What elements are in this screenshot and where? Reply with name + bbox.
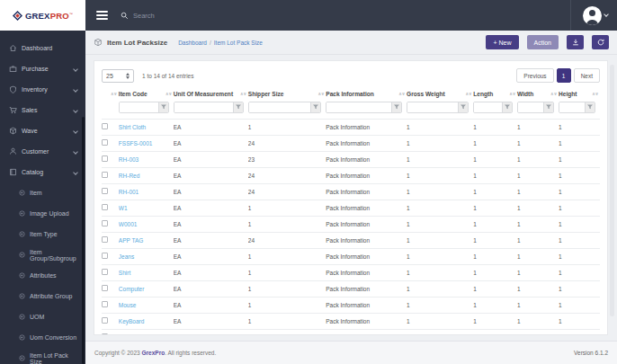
filter-input-unit-of-measurement[interactable] [174, 102, 233, 112]
main-area: Item Lot Packsize Dashboard / Item Lot P… [85, 31, 617, 364]
item-code-link[interactable]: Mouse [119, 302, 137, 308]
filter-input-pack-information[interactable] [326, 102, 391, 112]
sidebar-item-sales[interactable]: Sales [0, 100, 85, 120]
row-checkbox[interactable] [102, 236, 108, 243]
sidebar-subitem-item-lot-pack-size[interactable]: Item Lot Pack Size [0, 348, 85, 364]
sidebar-subitem-uom-conversion[interactable]: Uom Conversion [0, 327, 85, 348]
sidebar-item-wave[interactable]: Wave [0, 120, 85, 141]
sort-icon[interactable]: ∧∨ [592, 91, 598, 96]
sort-icon[interactable]: ∧∨ [550, 91, 557, 96]
sort-icon[interactable]: ∧∨ [165, 91, 172, 96]
filter-icon[interactable] [391, 102, 401, 112]
filter-icon[interactable] [458, 102, 468, 112]
filter-icon[interactable] [543, 102, 553, 112]
column-header-item-code[interactable]: Item Code∧∨ [119, 89, 174, 102]
column-header-width[interactable]: Width∧∨ [517, 89, 559, 102]
sidebar-item-purchase[interactable]: Purchase [0, 58, 85, 79]
sort-icon[interactable]: ∧∨ [398, 91, 405, 96]
row-checkbox[interactable] [102, 188, 108, 194]
sidebar-subitem-item-group-subgroup[interactable]: Item Group/Subgroup [0, 244, 85, 265]
pagination-previous-button[interactable]: Previous [516, 68, 553, 83]
sidebar-subitem-uom[interactable]: UOM [0, 306, 85, 327]
row-checkbox[interactable] [102, 220, 108, 226]
item-code-link[interactable]: 32879 [119, 334, 135, 335]
row-checkbox[interactable] [102, 253, 108, 259]
sidebar-subitem-attributes[interactable]: Attributes [0, 265, 85, 286]
item-code-link[interactable]: W0001 [119, 221, 138, 227]
breadcrumb-dashboard-link[interactable]: Dashboard [178, 40, 207, 46]
action-button[interactable]: Action [527, 35, 559, 49]
sidebar-subitem-image-upload[interactable]: Image Upload [0, 203, 85, 224]
column-header-gross-weight[interactable]: Gross Weight∧∨ [407, 89, 473, 102]
sidebar-subitem-item-type[interactable]: Item Type [0, 224, 85, 244]
sidebar-subitem-item[interactable]: Item [0, 182, 85, 203]
item-code-link[interactable]: Shirt Cloth [119, 124, 146, 130]
filter-row [102, 102, 600, 120]
item-code-link[interactable]: Shirt [119, 270, 130, 276]
table-row: JeansEA1Pack Information1111 [102, 248, 600, 264]
row-checkbox[interactable] [102, 139, 108, 146]
table-cell: EA [174, 151, 248, 167]
pagination-next-button[interactable]: Next [574, 68, 600, 83]
sidebar-item-catalog[interactable]: Catalog [0, 162, 85, 182]
filter-input-width[interactable] [518, 102, 543, 112]
row-checkbox[interactable] [102, 269, 108, 275]
item-code-link[interactable]: Jeans [119, 253, 134, 260]
item-code-link[interactable]: RH-Red [119, 173, 139, 179]
column-header-length[interactable]: Length∧∨ [473, 89, 517, 102]
pagination-page-1-button[interactable]: 1 [557, 68, 571, 83]
column-header-pack-information[interactable]: Pack Information∧∨ [326, 89, 407, 102]
sort-icon[interactable]: ∧∨ [240, 91, 246, 96]
column-header-height[interactable]: Height∧∨ [559, 89, 600, 102]
row-checkbox[interactable] [102, 333, 108, 335]
row-checkbox[interactable] [102, 155, 108, 162]
table-cell: 1 [407, 200, 473, 216]
sidebar-item-customer[interactable]: Customer [0, 141, 85, 162]
page-size-select[interactable]: 25 [102, 69, 134, 83]
row-checkbox[interactable] [102, 301, 108, 307]
sidebar-item-dashboard[interactable]: Dashboard [0, 38, 85, 58]
sidebar-subitem-attribute-group[interactable]: Attribute Group [0, 286, 85, 306]
logo[interactable]: GREXPRO™ [0, 0, 85, 31]
sort-icon[interactable]: ∧∨ [317, 91, 324, 96]
column-header-shipper-size[interactable]: Shipper Size∧∨ [248, 89, 326, 102]
item-code-link[interactable]: Computer [119, 286, 145, 292]
item-code-link[interactable]: W1 [119, 205, 128, 211]
item-code-link[interactable]: FSSFS-0001 [119, 140, 153, 146]
filter-icon[interactable] [502, 102, 512, 112]
row-checkbox[interactable] [102, 172, 108, 178]
row-checkbox[interactable] [102, 317, 108, 324]
row-checkbox[interactable] [102, 204, 108, 210]
row-checkbox[interactable] [102, 285, 108, 291]
menu-toggle-icon[interactable] [96, 11, 108, 20]
filter-icon[interactable] [158, 102, 168, 112]
new-button[interactable]: + New [486, 35, 518, 49]
filter-icon[interactable] [233, 102, 243, 112]
sidebar-scrollbar[interactable] [82, 117, 85, 364]
column-header-unit-of-measurement[interactable]: Unit Of Measurement∧∨ [174, 89, 248, 102]
download-button[interactable] [567, 35, 584, 49]
filter-input-shipper-size[interactable] [249, 102, 310, 112]
sort-icon[interactable]: ∧∨ [111, 91, 117, 96]
filter-input-gross-weight[interactable] [407, 102, 458, 112]
filter-input-length[interactable] [474, 102, 502, 112]
refresh-button[interactable] [592, 35, 609, 49]
user-menu-button[interactable] [583, 6, 608, 25]
breadcrumb-current-link[interactable]: Item Lot Pack Size [214, 40, 263, 46]
page-scrollbar[interactable] [610, 65, 614, 316]
header-select-column[interactable]: ∧∨ [102, 89, 119, 102]
item-code-link[interactable]: RH-003 [119, 156, 139, 163]
item-code-link[interactable]: RH-001 [119, 189, 139, 195]
row-checkbox[interactable] [102, 123, 108, 129]
filter-icon[interactable] [585, 102, 595, 112]
footer-brand-link[interactable]: GrexPro [142, 350, 165, 356]
item-code-link[interactable]: KeyBoard [119, 318, 145, 324]
item-code-link[interactable]: APP TAG [119, 237, 143, 244]
sort-icon[interactable]: ∧∨ [509, 91, 515, 96]
sort-icon[interactable]: ∧∨ [465, 91, 471, 96]
search-input[interactable] [133, 12, 250, 20]
sidebar-item-inventory[interactable]: Inventory [0, 79, 85, 100]
filter-input-height[interactable] [559, 102, 585, 112]
filter-icon[interactable] [310, 102, 320, 112]
filter-input-item-code[interactable] [120, 102, 158, 112]
